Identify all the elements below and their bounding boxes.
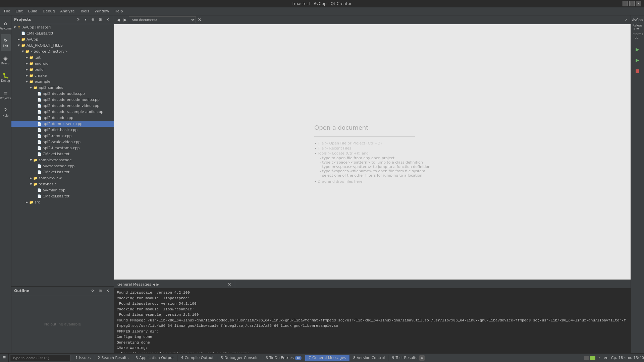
debug-run-button[interactable]: ▶ — [633, 55, 642, 65]
split-button[interactable]: ⊞ — [97, 16, 104, 23]
tree-item-api2-remux[interactable]: 📄 api2-remux.cpp — [11, 133, 114, 139]
folder-icon: 📁 — [21, 43, 25, 48]
tree-item-api2-scale-video[interactable]: 📄 api2-scale-video.cpp — [11, 139, 114, 145]
menu-file[interactable]: File — [1, 8, 13, 14]
sidebar-item-design[interactable]: ◈ Design — [1, 52, 11, 68]
tree-label: cmake — [35, 73, 47, 78]
menu-debug[interactable]: Debug — [40, 8, 57, 14]
tree-item-api2-dict-basic[interactable]: 📄 api2-dict-basic.cpp — [11, 127, 114, 133]
tree-arrow: ▶ — [25, 68, 29, 71]
tree-label: api2-scale-video.cpp — [43, 140, 80, 144]
statusbar-tab-issues[interactable]: 1 Issues — [72, 355, 94, 361]
filter-button[interactable]: ▾ — [82, 16, 89, 23]
statusbar-search-container — [9, 355, 72, 361]
tree-item-cmakelists-api2[interactable]: 📄 CMakeLists.txt — [11, 151, 114, 157]
right-avcpp-label: AvCpp — [632, 18, 643, 22]
tree-item-build[interactable]: ▶ 📁 build — [11, 66, 114, 72]
open-document-title: Open a document — [314, 124, 430, 131]
tree-item-api2-decode[interactable]: 📄 api2-decode.cpp — [11, 115, 114, 121]
statusbar-tab-todo-entries[interactable]: 6 To-Do Entries 18 — [262, 355, 305, 361]
menu-tools[interactable]: Tools — [77, 8, 92, 14]
menu-help[interactable]: Help — [112, 8, 125, 14]
statusbar-tab-application-output[interactable]: 3 Application Output — [132, 355, 177, 361]
close-panel-button[interactable]: ✕ — [104, 16, 111, 23]
statusbar-tab-debugger-console[interactable]: 5 Debugger Console — [217, 355, 262, 361]
outline-close-btn[interactable]: ✕ — [104, 288, 111, 294]
maximize-button[interactable]: □ — [629, 1, 635, 6]
sidebar-label-welcome: Welcome — [0, 27, 12, 30]
tree-item-av-transcode[interactable]: 📄 av-transcode.cpp — [11, 163, 114, 169]
tree-item-api2-decode-audio[interactable]: 📄 api2-decode-audio.cpp — [11, 90, 114, 97]
tree-item-api2-decode-encode-video[interactable]: 📄 api2-decode-encode-video.cpp — [11, 103, 114, 109]
tree-item-all-project-files[interactable]: ▼ 📁 ALL_PROJECT_FILES — [11, 42, 114, 48]
sidebar-item-debug[interactable]: 🐛 Debug — [1, 69, 11, 86]
statusbar-menu-button[interactable]: ☰ — [0, 354, 9, 362]
statusbar-tab-test-results[interactable]: 9 Test Results ⚙ — [388, 355, 428, 361]
tree-item-avcpp[interactable]: ▶ 📁 AvCpp — [11, 36, 114, 42]
run-button[interactable]: ▶ — [633, 45, 642, 54]
sync-button[interactable]: ⟳ — [75, 16, 82, 23]
tree-label: build — [35, 67, 44, 72]
sidebar-item-help[interactable]: ? Help — [1, 104, 11, 121]
tree-item-cmake[interactable]: ▶ 📁 cmake — [11, 72, 114, 78]
tree-label: api2-decode-audio.cpp — [43, 92, 85, 96]
forward-button[interactable]: ▶ — [122, 17, 128, 23]
back-button[interactable]: ◀ — [115, 17, 121, 23]
statusbar-tab-compile-output[interactable]: 4 Compile Output — [177, 355, 217, 361]
close-document-button[interactable]: ✕ — [197, 17, 203, 23]
tree-item-sample-view[interactable]: ▶ 📁 sample-view — [11, 175, 114, 181]
menu-edit[interactable]: Edit — [13, 8, 25, 14]
open-doc-sub-1: - type to open file from any open projec… — [314, 156, 430, 160]
sidebar-item-welcome[interactable]: ⌂ Welcome — [1, 17, 11, 34]
menu-analyze[interactable]: Analyze — [58, 8, 77, 14]
statusbar-tab-version-control[interactable]: 8 Version Control — [350, 355, 389, 361]
run-buttons: ▶ ▶ ■ — [633, 45, 642, 75]
cpp-file-icon: 📄 — [37, 121, 42, 126]
test-results-settings-icon[interactable]: ⚙ — [419, 355, 425, 361]
tree-item-source-dir[interactable]: ▼ 📁 <Source Directory> — [11, 48, 114, 54]
tree-item-avcpp-master[interactable]: ▼ ⚙ AvCpp [master] — [11, 24, 114, 30]
tree-item-api2-decode-encode-audio[interactable]: 📄 api2-decode-encode-audio.cpp — [11, 97, 114, 103]
tree-item-sample-transcode[interactable]: ▼ 📁 sample-transcode — [11, 157, 114, 163]
tree-item-example[interactable]: ▼ 📁 example — [11, 78, 114, 84]
statusbar-right: ✓ en Ср, 18 янв, 13:40 — [584, 356, 644, 360]
menu-build[interactable]: Build — [25, 8, 40, 14]
document-selector[interactable]: <no document> — [129, 16, 196, 23]
editor-toolbar: ◀ ▶ <no document> ✕ ⤢ — [114, 15, 631, 24]
tree-item-android[interactable]: ▶ 📁 android — [11, 60, 114, 66]
outline-split-btn[interactable]: ⊞ — [97, 288, 104, 294]
tree-item-api2-decode-rasample[interactable]: 📄 api2-decode-rasample-audio.cpp — [11, 109, 114, 115]
close-button[interactable]: ✕ — [636, 1, 641, 6]
tree-item-av-main[interactable]: 📄 av-main.cpp — [11, 187, 114, 193]
folder-icon: 📁 — [33, 158, 38, 162]
tree-item-cmakelists-test[interactable]: 📄 CMakeLists.txt — [11, 193, 114, 199]
tree-item-api2-samples[interactable]: ▼ 📁 api2-samples — [11, 84, 114, 90]
menubar: File Edit Build Debug Analyze Tools Wind… — [0, 7, 644, 15]
tab-nav-prev[interactable]: ◀ — [153, 283, 155, 286]
minimize-button[interactable]: – — [623, 1, 628, 6]
sidebar-item-edit[interactable]: ✎ Edit — [1, 34, 11, 51]
tree-arrow: ▶ — [25, 56, 29, 59]
tab-general-messages[interactable]: General Messages ◀ ▶ ✕ — [114, 280, 235, 289]
tree-item-git[interactable]: ▶ 📁 .git — [11, 54, 114, 60]
outline-sync-btn[interactable]: ⟳ — [90, 288, 96, 294]
tree-item-test-basic[interactable]: ▼ 📁 test-basic — [11, 181, 114, 187]
statusbar-tab-search-results[interactable]: 2 Search Results — [94, 355, 132, 361]
locate-input[interactable] — [10, 355, 70, 361]
project-tree[interactable]: ▼ ⚙ AvCpp [master] 📄 CMakeLists.txt ▶ 📁 … — [11, 24, 114, 286]
tree-item-cmakelists-root[interactable]: 📄 CMakeLists.txt — [11, 30, 114, 36]
collapse-all-button[interactable]: ⊖ — [90, 16, 96, 23]
tree-item-api2-timestamp[interactable]: 📄 api2-timestamp.cpp — [11, 145, 114, 151]
stop-button[interactable]: ■ — [633, 66, 642, 75]
open-doc-item-3: • Tools > Locate (Ctrl+K) and — [314, 151, 430, 156]
tree-item-api2-demux-seek[interactable]: 📄 api2-demux-seek.cpp — [11, 121, 114, 127]
menu-window[interactable]: Window — [92, 8, 112, 14]
maximize-editor-button[interactable]: ⤢ — [623, 17, 629, 23]
tab-nav-next[interactable]: ▶ — [157, 283, 159, 286]
statusbar-tab-general-messages[interactable]: 7 General Messages — [305, 355, 350, 361]
msg-7: FFMPEG library dir: — [117, 329, 628, 335]
tree-item-src[interactable]: ▶ 📁 src — [11, 199, 114, 205]
tab-close-btn[interactable]: ✕ — [227, 282, 231, 287]
sidebar-item-projects[interactable]: ≡ Projects — [1, 86, 11, 103]
tree-item-cmakelists-transcode[interactable]: 📄 CMakeLists.txt — [11, 169, 114, 175]
